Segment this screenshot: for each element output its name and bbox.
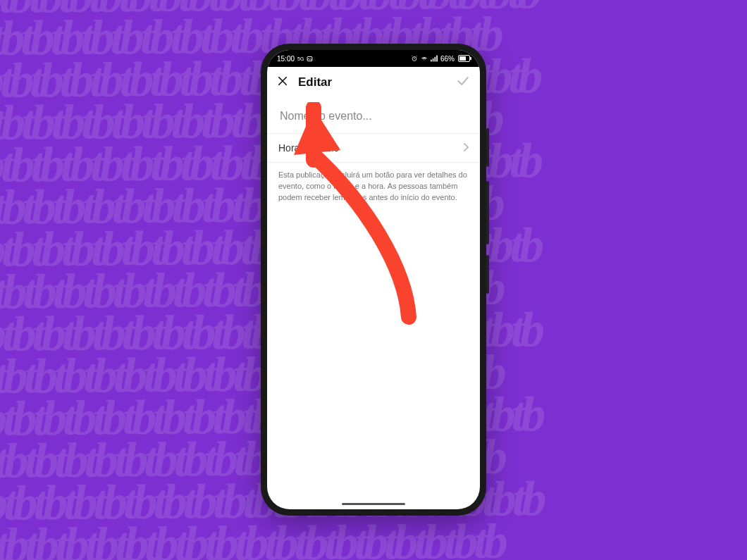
- close-button[interactable]: [274, 74, 291, 91]
- camera-notch: [369, 54, 378, 63]
- phone-side-button: [486, 255, 489, 294]
- phone-frame: 15:00 5G: [261, 44, 486, 516]
- app-header: Editar: [267, 67, 480, 98]
- phone-side-button: [486, 128, 489, 167]
- chevron-right-icon: [463, 142, 469, 154]
- svg-rect-3: [433, 58, 434, 61]
- home-indicator[interactable]: [342, 503, 405, 505]
- tutorial-background: tbtbtbtbtbtbtbtbtbtbtbtbtbtbtbtbtbtbtb t…: [0, 0, 747, 560]
- wifi-icon: [420, 55, 428, 62]
- confirm-button[interactable]: [455, 74, 471, 91]
- svg-rect-2: [431, 60, 432, 62]
- battery-percentage: 66%: [440, 55, 455, 63]
- alarm-icon: [411, 55, 418, 62]
- phone-screen: 15:00 5G: [267, 50, 480, 509]
- phone-side-button: [486, 181, 489, 244]
- svg-rect-5: [436, 56, 438, 62]
- picture-icon: [307, 56, 313, 62]
- network-icon: 5G: [297, 56, 304, 61]
- event-name-input[interactable]: [278, 109, 471, 123]
- signal-icon: [431, 55, 438, 62]
- header-title: Editar: [298, 75, 455, 89]
- status-time: 15:00: [277, 55, 295, 63]
- svg-rect-4: [434, 57, 436, 62]
- event-description-text: Esta publicação incluirá um botão para v…: [267, 163, 480, 211]
- start-time-label: Hora de início: [278, 142, 463, 154]
- check-icon: [456, 74, 470, 91]
- close-icon: [276, 75, 289, 90]
- start-time-row[interactable]: Hora de início: [267, 134, 480, 163]
- event-name-field[interactable]: [267, 98, 480, 134]
- battery-icon: [457, 55, 470, 62]
